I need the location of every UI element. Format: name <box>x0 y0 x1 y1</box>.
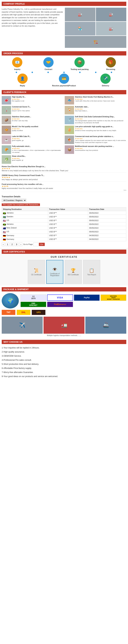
payment-fedex: FedExExpress <box>47 302 73 307</box>
cell-date: 04/30/2022 <box>88 234 126 237</box>
clients-feedback-section: CLIENT'S FEEDBACK 🥩 High Quality St... ★… <box>0 88 128 194</box>
page-2-button[interactable]: 2 <box>10 242 14 246</box>
testing-icon: 📦 <box>74 57 85 68</box>
feedback-stars-2: ★★★★★ <box>75 98 126 100</box>
feedback-stars-9: ★★★★★ <box>12 138 63 140</box>
feedback-content-8: Low price automatic high quality egg gra… <box>75 126 126 132</box>
package-shipment-section: PACKAGE & SHIPMENT 🌍 T/T30/70 VISA PayPa… <box>0 286 128 338</box>
payment-paypal: PayPal <box>74 294 100 301</box>
feedback-content-1: High Quality St... ★★★★★ the supplies is… <box>12 96 63 102</box>
factory-image-3: 🏪 <box>65 22 95 36</box>
process-step-payment: 💳 Receive payment&Product <box>43 74 85 87</box>
cell-date: 05/05/2022 <box>88 211 126 215</box>
feedback-title-11: Fully automatic electr... <box>12 146 63 147</box>
feedback-text-1: the supplies is net <box>12 100 63 102</box>
list-item: 🥔 Stainless Steel potato... ★★★★★ do wha… <box>2 116 63 124</box>
goto-button[interactable]: Go <box>39 243 45 246</box>
feedback-stars-5: ★★★★★ <box>12 118 63 120</box>
delivery-label: Delivery <box>85 84 126 87</box>
goto-input[interactable] <box>33 242 38 246</box>
table-row: 🇳🇿New Zeland USD $*** 05/05/2022 <box>2 226 126 230</box>
feedback-text-9: good supplier, go <box>12 140 63 142</box>
cell-country: 🇺🇸US <box>2 230 48 234</box>
contract-label: Contract <box>33 68 64 70</box>
cell-country: 🇩🇪Germany <box>2 237 48 241</box>
cert-img-4: 📋 Test Report <box>83 260 100 284</box>
list-item: 🌡️ Commercial Ozone Ti... ★★★★★ ENJOY WI… <box>2 106 63 114</box>
delivery-icon: ✈️ <box>100 74 111 84</box>
feedback-text-5: do what I ask very help <box>12 120 63 122</box>
feedback-content-7: Mould 1 for Hot quality excellent ★★★★★ … <box>12 126 63 132</box>
cell-country: 🇯🇲Jamaica <box>2 211 48 215</box>
feedback-title-4: Automatic stair... <box>75 106 126 108</box>
logistics-ups: UPS <box>32 310 45 315</box>
table-row: 🇩🇪Germany USD $*** 04/30/2022 <box>2 237 126 241</box>
company-profile-section: COMPANY PROFILE Luohe Pusuo Industry Co.… <box>0 0 128 50</box>
prev-page-button[interactable]: ‹ <box>2 242 5 246</box>
order-process-section: ORDER PROCESS 📧 Inquiry 🤝 Contract 📦 Tes… <box>0 50 128 88</box>
transaction-header: Transaction Details <box>2 196 126 198</box>
feedback-title-8: Low price automatic high quality egg gra… <box>75 126 126 128</box>
feedback-thumb-4: 🍹 <box>65 106 74 114</box>
list-item: 🧇 Mould 1 for Hot quality excellent ★★★★… <box>2 126 63 134</box>
feedback-thumb-12: 📦 <box>65 146 74 154</box>
cell-value: USD $*** <box>48 237 88 241</box>
feedback-text-8: arrived on time! everything was fast! th… <box>75 130 126 132</box>
country-region-select[interactable]: All Countries / Regions <box>2 199 26 202</box>
transaction-table: Shipping Destination Transaction Value T… <box>2 207 126 241</box>
feedback-title-7: Mould 1 for Hot quality excellent <box>12 126 63 128</box>
shipment-photos: ✈️ 🚛 🚢 <box>2 317 126 334</box>
feedback-content-2: Stainless Steel Smoke Fish Making Machin… <box>75 96 126 102</box>
process-step-reply: 👤 Reply <box>2 74 43 87</box>
testing-label: Testing and packing <box>64 68 95 70</box>
feedback-content-6: Soft Drink Cola Soda Carbonated Drinking… <box>75 116 126 124</box>
feedback-title-1: High Quality St... <box>12 96 63 98</box>
list-item: 5-Short production time and fast deliver… <box>2 362 126 366</box>
certificates-header: OUR CERTIFICATES <box>2 250 126 254</box>
shipment-photo-truck: 🚛 <box>44 317 84 334</box>
list-item: 🥚 Low price automatic high quality egg g… <box>65 126 126 134</box>
order-process-header: ORDER PROCESS <box>2 51 126 56</box>
page-1-button[interactable]: 1 <box>6 242 9 246</box>
long-feedback-text-3: highly recommended I love the machine it… <box>2 188 126 189</box>
list-item: Home Use Electric Kneading Machine Dough… <box>2 164 126 172</box>
feedback-content-9: Latte Art Milk Cake Pi... ★★★★★ good sup… <box>12 136 63 142</box>
feedback-title-9: Latte Art Milk Cake Pi... <box>12 136 63 138</box>
feedback-stars-4: ★★★★★ <box>75 108 126 110</box>
feedback-stars-11: ★★★★★ <box>12 148 63 150</box>
cert-img-3: 🏆 ISO Certificate <box>65 260 82 284</box>
logistics-row: TNT DHL UPS <box>2 310 126 315</box>
feedback-thumb-13: 🥬 <box>2 155 11 164</box>
list-item: 8-Your good ideas on our products and se… <box>2 374 126 378</box>
feedback-thumb-9: ☕ <box>2 136 11 144</box>
list-item: 1-Your inquiries will be replied in 24ho… <box>2 346 126 350</box>
process-step-delivery: ✈️ Delivery <box>85 74 126 87</box>
next-page-button[interactable]: › <box>19 242 22 246</box>
clients-feedback-header: CLIENT'S FEEDBACK <box>2 90 126 94</box>
list-item: 🥤 Soft Drink Cola Soda Carbonated Drinki… <box>65 116 126 124</box>
cell-value: USD $*** <box>48 218 88 222</box>
long-feedback-stars-2: ★★★★★ <box>2 176 126 178</box>
company-profile-text: Luohe Pusuo Industry Co., Ltd is a profe… <box>2 8 63 48</box>
factory-image-wide: 🏗️ <box>65 36 126 48</box>
cell-country: 🇩🇪Germany <box>2 234 48 237</box>
company-profile-header: COMPANY PROFILE <box>2 2 126 6</box>
certificates-section: OUR CERTIFICATES OUR CERTIFICATE 📜 CE Ce… <box>0 248 128 286</box>
payment-row: 🌍 T/T30/70 VISA PayPal WESTERNUNIONMONEY… <box>2 293 126 308</box>
cell-date: 04/30/2022 <box>88 237 126 241</box>
reply-icon: 👤 <box>17 74 28 84</box>
list-item: 🥩 High Quality St... ★★★★★ the supplies … <box>2 96 63 104</box>
globe-icon: 🌍 <box>2 293 19 308</box>
feedback-stars-1: ★★★★★ <box>12 98 63 100</box>
cell-country: 🇺🇸US <box>2 218 48 222</box>
page-3-button[interactable]: 3 <box>15 242 18 246</box>
reply-label: Reply <box>2 84 43 87</box>
cert-img-1: 📜 CE Certificate <box>28 260 45 284</box>
company-images: 🏭 🏭 🏪 🏭 🏗️ <box>65 8 126 48</box>
table-row: 🇸🇪Sweden USD $*** 05/05/2022 <box>2 215 126 218</box>
process-step-inquiry: 📧 Inquiry <box>2 57 33 70</box>
feedback-thumb-8: 🥚 <box>65 126 74 134</box>
list-item: 6-Affordable Price:factory supply. <box>2 366 126 370</box>
list-item: 2-High quality assurance. <box>2 350 126 354</box>
feedback-thumb-7: 🧇 <box>2 126 11 134</box>
